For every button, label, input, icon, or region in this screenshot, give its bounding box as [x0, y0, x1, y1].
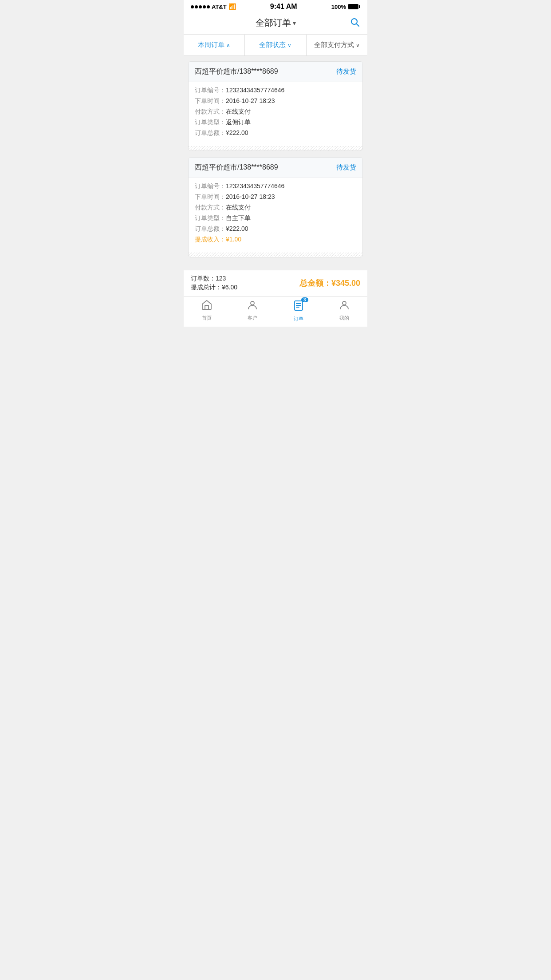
tab-bar: 首页 客户 3 订单 我的 [184, 296, 367, 327]
order-card-1[interactable]: 西超平价超市/138****8689 待发货 订单编号： 12323434357… [188, 61, 363, 151]
label-commission: 提成收入： [195, 236, 226, 244]
filter-week-label: 本周订单 [198, 41, 224, 49]
tab-customer[interactable]: 客户 [230, 299, 276, 322]
filter-payment[interactable]: 全部支付方式 ∨ [307, 35, 367, 55]
value-order-no-2: 12323434357774646 [226, 182, 284, 190]
label-total-2: 订单总额： [195, 225, 226, 233]
value-order-time-2: 2016-10-27 18:23 [226, 193, 275, 200]
label-order-no: 订单编号： [195, 87, 226, 95]
commission-total: 提成总计：¥6.00 [191, 284, 237, 292]
title-dropdown-arrow[interactable]: ▾ [293, 20, 296, 27]
label-total: 订单总额： [195, 129, 226, 137]
order-card-2-body: 订单编号： 12323434357774646 下单时间： 2016-10-27… [189, 178, 362, 253]
battery-icon [348, 4, 360, 9]
header-title[interactable]: 全部订单 ▾ [256, 17, 296, 29]
customer-icon [247, 299, 258, 313]
status-bar: AT&T 📶 9:41 AM 100% [184, 0, 367, 12]
order-row: 付款方式： 在线支付 [195, 204, 356, 212]
order-row: 付款方式： 在线支付 [195, 108, 356, 116]
filter-status[interactable]: 全部状态 ∨ [245, 35, 306, 55]
label-order-type: 订单类型： [195, 119, 226, 126]
value-payment: 在线支付 [226, 108, 251, 116]
signal-dots [191, 5, 210, 8]
profile-icon [338, 299, 350, 313]
filter-status-arrow: ∨ [287, 42, 291, 48]
order-card-1-status: 待发货 [336, 67, 356, 76]
label-payment: 付款方式： [195, 108, 226, 116]
order-card-2-status: 待发货 [336, 163, 356, 172]
order-row: 订单类型： 自主下单 [195, 214, 356, 222]
order-icon: 3 [292, 299, 305, 314]
tab-customer-label: 客户 [248, 315, 257, 321]
filter-status-label: 全部状态 [259, 41, 286, 49]
header: 全部订单 ▾ [184, 12, 367, 35]
status-time: 9:41 AM [270, 3, 297, 11]
order-row: 订单类型： 返佣订单 [195, 119, 356, 126]
filter-week-arrow: ∧ [226, 42, 230, 48]
filter-payment-arrow: ∨ [356, 42, 360, 48]
tab-profile[interactable]: 我的 [322, 299, 368, 322]
tab-order-label: 订单 [294, 316, 303, 322]
order-row: 下单时间： 2016-10-27 18:23 [195, 97, 356, 105]
label-order-time: 下单时间： [195, 97, 226, 105]
tab-home[interactable]: 首页 [184, 299, 230, 322]
value-commission: ¥1.00 [226, 236, 241, 243]
svg-line-1 [357, 24, 359, 26]
carrier-name: AT&T [212, 4, 227, 10]
value-order-type: 返佣订单 [226, 119, 251, 126]
total-value: ¥345.00 [331, 279, 360, 288]
battery-percentage: 100% [331, 4, 346, 10]
svg-point-2 [251, 301, 254, 305]
label-order-time-2: 下单时间： [195, 193, 226, 201]
order-card-1-body: 订单编号： 12323434357774646 下单时间： 2016-10-27… [189, 82, 362, 146]
summary-bar: 订单数：123 提成总计：¥6.00 总金额：¥345.00 [184, 270, 367, 296]
order-card-2-shop: 西超平价超市/138****8689 [195, 163, 278, 172]
value-order-type-2: 自主下单 [226, 214, 251, 222]
order-row: 订单编号： 12323434357774646 [195, 182, 356, 190]
filter-payment-label: 全部支付方式 [314, 41, 354, 49]
summary-left: 订单数：123 提成总计：¥6.00 [191, 275, 237, 292]
carrier-info: AT&T 📶 [191, 3, 236, 10]
filter-week[interactable]: 本周订单 ∧ [184, 35, 245, 55]
label-order-no-2: 订单编号： [195, 182, 226, 190]
total-label: 总金额： [299, 279, 331, 288]
header-title-text: 全部订单 [256, 17, 291, 29]
order-card-1-shop: 西超平价超市/138****8689 [195, 67, 278, 76]
tab-profile-label: 我的 [339, 315, 349, 321]
value-total-2: ¥222.00 [226, 225, 248, 232]
order-count: 订单数：123 [191, 275, 237, 283]
label-order-type-2: 订单类型： [195, 214, 226, 222]
filter-bar: 本周订单 ∧ 全部状态 ∨ 全部支付方式 ∨ [184, 35, 367, 56]
svg-point-7 [342, 301, 346, 305]
order-row: 下单时间： 2016-10-27 18:23 [195, 193, 356, 201]
order-card-1-bottom [189, 146, 362, 150]
order-card-1-header: 西超平价超市/138****8689 待发货 [189, 62, 362, 82]
order-row-commission: 提成收入： ¥1.00 [195, 236, 356, 244]
order-card-2[interactable]: 西超平价超市/138****8689 待发货 订单编号： 12323434357… [188, 157, 363, 257]
order-row: 订单编号： 12323434357774646 [195, 87, 356, 95]
value-total: ¥222.00 [226, 129, 248, 136]
order-badge: 3 [301, 297, 308, 302]
order-row: 订单总额： ¥222.00 [195, 225, 356, 233]
tab-home-label: 首页 [202, 315, 212, 321]
tab-order[interactable]: 3 订单 [276, 299, 322, 322]
order-card-2-header: 西超平价超市/138****8689 待发货 [189, 158, 362, 178]
search-button[interactable] [350, 17, 360, 30]
order-row: 订单总额： ¥222.00 [195, 129, 356, 137]
value-order-no: 12323434357774646 [226, 87, 284, 94]
label-payment-2: 付款方式： [195, 204, 226, 212]
home-icon [201, 299, 213, 313]
order-card-2-bottom [189, 253, 362, 257]
battery-info: 100% [331, 4, 360, 10]
summary-total: 总金额：¥345.00 [299, 278, 360, 288]
order-list: 西超平价超市/138****8689 待发货 订单编号： 12323434357… [184, 56, 367, 270]
wifi-icon: 📶 [228, 3, 236, 10]
value-payment-2: 在线支付 [226, 204, 251, 212]
value-order-time: 2016-10-27 18:23 [226, 97, 275, 104]
